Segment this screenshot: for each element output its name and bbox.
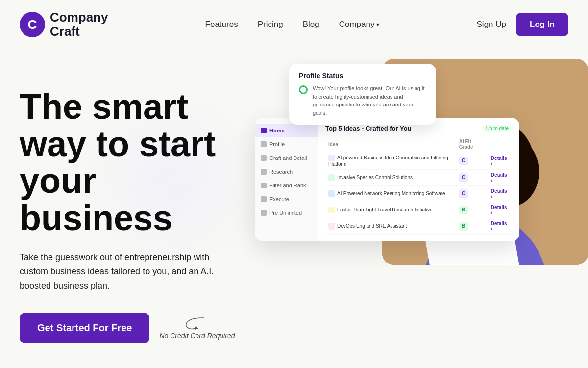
arrow-icon (185, 316, 209, 330)
sidebar-label-profile: Profile (270, 141, 285, 147)
logo-text: Company Craft (50, 10, 108, 38)
hero-subtext: Take the guesswork out of entrepreneursh… (20, 250, 240, 292)
idea-name: Invasive Species Control Solutions (325, 170, 456, 186)
nav-features[interactable]: Features (205, 20, 238, 29)
sidebar-label-research: Research (270, 169, 293, 175)
research-icon (261, 169, 267, 175)
sidebar-item-pre-unlimited[interactable]: Pre Unlimited (255, 206, 318, 220)
app-sidebar: Home Profile Craft and Detail Research F… (255, 118, 318, 241)
home-icon (261, 128, 267, 133)
sidebar-label-home: Home (270, 128, 285, 133)
sidebar-item-craft[interactable]: Craft and Detail (255, 151, 318, 165)
logo-icon: C (20, 12, 45, 37)
hero-section: The smart way to start your business Tak… (0, 49, 588, 363)
idea-grade: C (456, 152, 488, 170)
idea-name: AI-Powered Network Peering Monitoring So… (325, 186, 456, 202)
chevron-down-icon: ▾ (376, 21, 379, 28)
idea-icon (328, 190, 335, 197)
idea-details[interactable]: Details › (488, 218, 513, 235)
idea-details[interactable]: Details › (488, 202, 513, 218)
content-header: Top 5 Ideas - Crafted for You Up to date (325, 125, 513, 132)
get-started-button[interactable]: Get Started For Free (20, 313, 149, 343)
idea-name: Faster-Than-Light Travel Research Initia… (325, 202, 456, 218)
details-link[interactable]: Details › (491, 205, 507, 215)
unlimited-icon (261, 210, 267, 216)
logo[interactable]: C Company Craft (20, 10, 108, 38)
idea-details[interactable]: Details › (488, 152, 513, 170)
sidebar-item-profile[interactable]: Profile (255, 137, 318, 151)
product-hunt-section: P FEATURED ON Product Hunt ▲ 175 (0, 363, 588, 368)
status-dot (299, 85, 308, 94)
details-link[interactable]: Details › (491, 156, 507, 166)
status-card-text: Wow! Your profile looks great. Our AI is… (313, 84, 426, 117)
idea-grade: C (456, 170, 488, 186)
table-row: Invasive Species Control Solutions C Det… (325, 170, 513, 186)
idea-grade: B (456, 202, 488, 218)
col-action (488, 137, 513, 152)
login-button[interactable]: Log In (516, 13, 568, 36)
sidebar-item-research[interactable]: Research (255, 165, 318, 179)
ideas-table: Idea AI Fit Grade AI-powered Business Id… (325, 137, 513, 235)
nav-actions: Sign Up Log In (477, 13, 568, 36)
idea-name: DevOps Eng and SRE Assistant (325, 218, 456, 235)
table-row: AI-powered Business Idea Generation and … (325, 152, 513, 170)
details-link[interactable]: Details › (491, 172, 507, 183)
hero-right: Profile Status Wow! Your profile looks g… (255, 59, 568, 343)
app-main-content: Top 5 Ideas - Crafted for You Up to date… (318, 118, 519, 241)
sidebar-item-execute[interactable]: Execute (255, 192, 318, 206)
profile-icon (261, 141, 267, 147)
table-row: AI-Powered Network Peering Monitoring So… (325, 186, 513, 202)
cta-row: Get Started For Free No Credit Card Requ… (20, 313, 255, 343)
status-card-title: Profile Status (299, 72, 426, 79)
up-to-date-badge: Up to date (482, 125, 513, 132)
navbar: C Company Craft Features Pricing Blog Co… (0, 0, 588, 49)
filter-icon (261, 183, 267, 188)
sidebar-label-unlimited: Pre Unlimited (270, 210, 302, 216)
sidebar-item-home[interactable]: Home (255, 124, 318, 137)
status-card-content: Wow! Your profile looks great. Our AI is… (299, 84, 426, 117)
idea-details[interactable]: Details › (488, 170, 513, 186)
idea-grade: C (456, 186, 488, 202)
nav-company[interactable]: Company ▾ (339, 20, 380, 29)
nav-blog[interactable]: Blog (303, 20, 319, 29)
hero-left: The smart way to start your business Tak… (20, 59, 255, 343)
table-row: Faster-Than-Light Travel Research Initia… (325, 202, 513, 218)
nav-pricing[interactable]: Pricing (258, 20, 283, 29)
table-row: DevOps Eng and SRE Assistant B Details › (325, 218, 513, 235)
details-link[interactable]: Details › (491, 188, 507, 199)
idea-icon (328, 155, 335, 161)
grade-badge: C (459, 157, 468, 165)
sidebar-item-filter[interactable]: Filter and Rank (255, 179, 318, 192)
idea-grade: B (456, 218, 488, 235)
no-cc-wrap: No Credit Card Required (159, 316, 235, 340)
grade-badge: B (459, 222, 468, 231)
craft-icon (261, 155, 267, 161)
col-idea: Idea (325, 137, 456, 152)
details-link[interactable]: Details › (491, 221, 507, 232)
sidebar-label-filter: Filter and Rank (270, 183, 306, 188)
sidebar-label-execute: Execute (270, 196, 289, 202)
sidebar-label-craft: Craft and Detail (270, 155, 307, 161)
app-panel: Home Profile Craft and Detail Research F… (255, 118, 519, 241)
idea-details[interactable]: Details › (488, 186, 513, 202)
grade-badge: C (459, 173, 468, 182)
hero-headline: The smart way to start your business (20, 88, 255, 237)
execute-icon (261, 196, 267, 202)
idea-icon (328, 207, 335, 213)
grade-badge: B (459, 206, 468, 214)
no-credit-card-text: No Credit Card Required (159, 332, 235, 340)
signup-link[interactable]: Sign Up (477, 20, 506, 29)
svg-marker-2 (195, 326, 198, 330)
svg-text:C: C (28, 17, 37, 32)
idea-name: AI-powered Business Idea Generation and … (325, 152, 456, 170)
col-grade: AI Fit Grade (456, 137, 488, 152)
idea-icon (328, 223, 335, 230)
grade-badge: C (459, 189, 468, 198)
nav-links: Features Pricing Blog Company ▾ (205, 20, 380, 29)
content-title: Top 5 Ideas - Crafted for You (325, 125, 412, 132)
idea-icon (328, 174, 335, 181)
profile-status-card: Profile Status Wow! Your profile looks g… (289, 64, 436, 125)
